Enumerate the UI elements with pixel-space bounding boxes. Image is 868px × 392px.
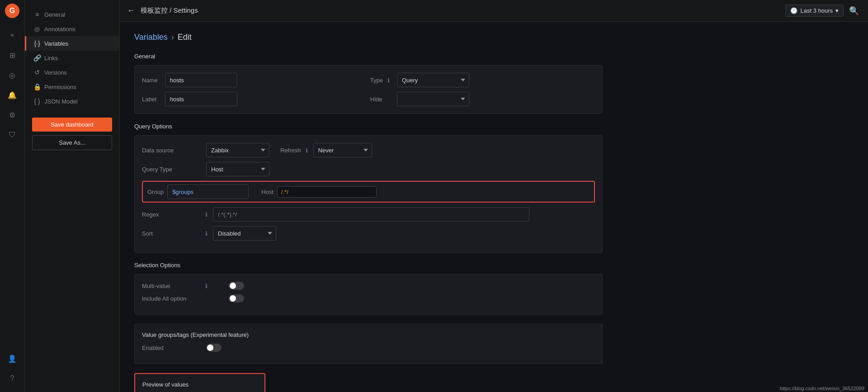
back-button[interactable]: ← (127, 6, 135, 15)
value-groups-section: Value groups/tags (Experimental feature)… (134, 324, 603, 364)
include-all-toggle-dot (230, 295, 236, 302)
selection-section: Multi-value ℹ Include All option (134, 274, 603, 315)
datasource-label: Data source (142, 147, 201, 154)
sidebar-item-json-label: JSON Model (44, 98, 78, 105)
enabled-label: Enabled (142, 345, 201, 351)
host-label: Host (261, 189, 274, 195)
help-icon[interactable]: ? (3, 369, 21, 387)
variables-icon: {·} (33, 40, 41, 47)
value-groups-title: Value groups/tags (Experimental feature) (142, 331, 595, 338)
type-info-icon: ℹ (387, 77, 390, 84)
group-input[interactable] (167, 184, 249, 199)
include-all-label: Include All option (142, 295, 201, 302)
hide-select[interactable]: Label Variable (397, 92, 469, 106)
page-title: 模板监控 / Settings (141, 6, 198, 15)
save-dashboard-button[interactable]: Save dashboard (32, 118, 112, 132)
name-input[interactable] (165, 73, 237, 87)
sidebar-item-links[interactable]: 🔗 Links (25, 51, 119, 65)
add-icon[interactable]: + (3, 26, 21, 44)
name-label: Name (142, 77, 158, 84)
sidebar-item-links-label: Links (44, 55, 58, 61)
links-icon: 🔗 (33, 54, 41, 61)
query-type-select[interactable]: Host Application Item (206, 162, 269, 176)
multi-value-label: Multi-value (142, 283, 201, 289)
regex-input[interactable] (213, 207, 529, 222)
sidebar-item-versions-label: Versions (44, 69, 67, 76)
refresh-info-icon: ℹ (306, 147, 308, 154)
refresh-label: Refresh (280, 147, 301, 154)
datasource-row: Data source Zabbix Refresh ℹ Never On da… (142, 143, 595, 157)
multi-value-toggle[interactable] (229, 282, 244, 290)
refresh-select[interactable]: Never On dashboard load On time range ch… (313, 143, 372, 157)
avatar-icon[interactable]: 👤 (3, 349, 21, 368)
enabled-row: Enabled (142, 344, 595, 352)
group-label: Group (147, 189, 164, 195)
versions-icon: ↺ (33, 69, 41, 76)
compass-icon[interactable]: ◎ (3, 66, 21, 84)
query-type-label: Query Type (142, 166, 201, 173)
general-section: Name Type ℹ Query Custom Textbox Constan… (134, 65, 603, 114)
sort-select[interactable]: Disabled Alphabetical (asc) Alphabetical… (213, 226, 276, 241)
sidebar-item-general-label: General (44, 11, 65, 18)
regex-info-icon: ℹ (205, 211, 208, 218)
annotations-icon: ◎ (33, 25, 41, 33)
time-picker-label: Last 3 hours (800, 7, 833, 14)
top-bar-left: ← 模板监控 / Settings (127, 6, 198, 15)
sidebar-item-permissions[interactable]: 🔒 Permissions (25, 80, 119, 94)
sidebar-item-general[interactable]: ≡ General (25, 7, 119, 22)
save-as-button[interactable]: Save As... (32, 135, 112, 150)
host-section: Host (261, 186, 377, 198)
main-content: ← 模板监控 / Settings 🕐 Last 3 hours ▾ 🔍 Var… (120, 0, 868, 392)
preview-title: Preview of values (142, 381, 257, 388)
sidebar-item-versions[interactable]: ↺ Versions (25, 65, 119, 80)
top-bar-right: 🕐 Last 3 hours ▾ 🔍 (785, 4, 861, 18)
host-input[interactable] (277, 186, 377, 198)
gear-icon[interactable]: ⚙ (3, 106, 21, 124)
type-select[interactable]: Query Custom Textbox Constant Datasource… (397, 73, 469, 87)
group-host-row: Group Host (142, 181, 595, 203)
selection-options-title: Selection Options (134, 262, 603, 269)
sidebar-item-variables-label: Variables (44, 40, 68, 47)
top-bar: ← 模板监控 / Settings 🕐 Last 3 hours ▾ 🔍 (120, 0, 868, 22)
search-button[interactable]: 🔍 (847, 4, 861, 18)
icon-bar: G + ⊞ ◎ 🔔 ⚙ 🛡 👤 ? (0, 0, 25, 392)
shield-icon[interactable]: 🛡 (3, 126, 21, 144)
include-all-toggle[interactable] (229, 294, 244, 302)
json-icon: { } (33, 98, 41, 105)
grid-icon[interactable]: ⊞ (3, 46, 21, 64)
bell-icon[interactable]: 🔔 (3, 86, 21, 104)
sort-info-icon: ℹ (205, 230, 208, 237)
sidebar-item-variables[interactable]: {·} Variables (25, 36, 119, 51)
type-label: Type (370, 77, 383, 84)
breadcrumb-arrow: › (171, 33, 174, 42)
sidebar-item-annotations[interactable]: ◎ Annotations (25, 22, 119, 36)
preview-section: Preview of values 192.168.43.47 192.168.… (134, 373, 265, 392)
sidebar-item-permissions-label: Permissions (44, 84, 76, 90)
general-icon: ≡ (33, 11, 41, 18)
group-section: Group (147, 184, 249, 199)
sort-label: Sort (142, 230, 201, 237)
sidebar-item-json-model[interactable]: { } JSON Model (25, 94, 119, 109)
value-groups-toggle-dot (207, 345, 213, 351)
sidebar: ≡ General ◎ Annotations {·} Variables 🔗 … (25, 0, 120, 392)
sidebar-item-annotations-label: Annotations (44, 26, 75, 33)
query-type-row: Query Type Host Application Item (142, 162, 595, 176)
query-options-section: Data source Zabbix Refresh ℹ Never On da… (134, 135, 603, 253)
breadcrumb: Variables › Edit (134, 33, 603, 42)
time-picker-button[interactable]: 🕐 Last 3 hours ▾ (785, 5, 844, 17)
time-icon: 🕐 (790, 7, 797, 14)
general-section-title: General (134, 53, 603, 60)
group-host-highlight: Group Host (142, 181, 595, 203)
breadcrumb-variables-link[interactable]: Variables (134, 33, 168, 42)
multi-value-toggle-dot (230, 283, 236, 289)
grafana-logo[interactable]: G (5, 4, 19, 18)
datasource-select[interactable]: Zabbix (206, 143, 269, 157)
hide-label: Hide (370, 96, 390, 103)
value-groups-enabled-toggle[interactable] (206, 344, 222, 352)
url-bar: https://blog.csdn.net/weixin_36522099 (776, 385, 868, 392)
regex-label: Regex (142, 211, 201, 218)
multi-value-info-icon: ℹ (205, 283, 208, 289)
label-input[interactable] (165, 92, 237, 106)
breadcrumb-current: Edit (178, 33, 192, 42)
sidebar-buttons: Save dashboard Save As... (25, 112, 119, 156)
